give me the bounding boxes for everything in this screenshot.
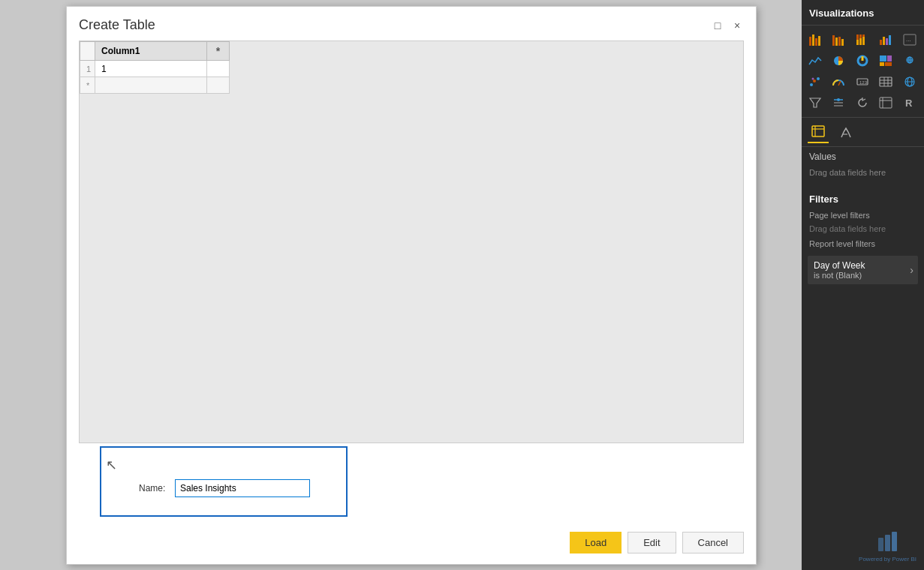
donut-chart-icon[interactable] xyxy=(852,51,873,70)
refresh-icon[interactable] xyxy=(852,93,873,112)
card-icon[interactable]: 123 xyxy=(852,72,873,92)
stacked-bar-icon[interactable] xyxy=(805,30,826,50)
svg-rect-7 xyxy=(841,39,844,46)
new-row-cell[interactable] xyxy=(95,77,207,94)
treemap-icon[interactable] xyxy=(875,51,896,70)
svg-point-33 xyxy=(812,78,814,80)
cancel-button[interactable]: Cancel xyxy=(682,532,744,554)
svg-point-30 xyxy=(810,83,813,86)
filter-icon[interactable] xyxy=(805,93,826,112)
globe-icon[interactable] xyxy=(899,72,920,92)
name-row: Name: xyxy=(79,479,744,497)
gauge-icon[interactable] xyxy=(828,72,849,92)
svg-text:···: ··· xyxy=(906,38,911,44)
line-chart-icon[interactable] xyxy=(805,51,826,70)
svg-rect-2 xyxy=(815,38,817,46)
new-row-extra xyxy=(207,77,230,94)
svg-rect-25 xyxy=(885,62,892,66)
svg-rect-58 xyxy=(878,538,883,551)
format-tab[interactable] xyxy=(835,121,856,143)
svg-rect-6 xyxy=(838,37,841,46)
filter-item-day-of-week[interactable]: Day of Week is not (Blank) › xyxy=(808,256,918,284)
col1-header[interactable]: Column1 xyxy=(95,42,207,61)
dialog-controls: □ × xyxy=(711,19,744,32)
spacer xyxy=(79,452,744,473)
create-table-dialog: Create Table □ × Column1 * 1 1 xyxy=(66,6,757,565)
svg-rect-5 xyxy=(835,38,838,46)
svg-point-49 xyxy=(837,98,840,101)
page-level-label: Page level filters xyxy=(802,208,924,223)
clustered-bar-icon[interactable] xyxy=(828,30,849,50)
right-panel: Visualizations ··· xyxy=(802,0,924,570)
row-number-1: 1 xyxy=(80,61,95,77)
new-row: * xyxy=(80,77,230,94)
name-input[interactable] xyxy=(175,479,310,497)
svg-rect-9 xyxy=(856,40,859,45)
filter-item-condition: is not (Blank) xyxy=(814,271,912,280)
table-icon[interactable] xyxy=(875,72,896,92)
svg-rect-50 xyxy=(880,98,892,108)
table-area: Column1 * 1 1 * xyxy=(79,40,744,443)
svg-point-31 xyxy=(813,80,816,82)
add-column-button[interactable]: * xyxy=(207,42,230,61)
drag-zone-page: Drag data fields here xyxy=(802,223,924,238)
load-button[interactable]: Load xyxy=(570,532,622,554)
svg-rect-23 xyxy=(887,56,892,62)
svg-rect-22 xyxy=(880,56,886,62)
pie-chart-icon[interactable] xyxy=(828,51,849,70)
table-row: 1 1 xyxy=(80,61,230,77)
watermark-text: Powered by Power BI xyxy=(859,556,916,562)
svg-rect-4 xyxy=(832,35,835,46)
close-button[interactable]: × xyxy=(730,19,744,32)
svg-rect-14 xyxy=(880,40,882,45)
svg-rect-11 xyxy=(859,38,862,45)
scatter-chart-icon[interactable] xyxy=(805,72,826,92)
more-icon[interactable]: ··· xyxy=(899,30,920,50)
maximize-button[interactable]: □ xyxy=(711,19,724,32)
100-stacked-bar-icon[interactable] xyxy=(852,30,873,50)
edit-button[interactable]: Edit xyxy=(628,532,676,554)
svg-rect-13 xyxy=(862,37,865,45)
dialog-header: Create Table □ × xyxy=(67,7,756,40)
drag-zone-values: Drag data fields here xyxy=(809,165,916,183)
report-level-label: Report level filters xyxy=(802,238,924,253)
svg-text:R: R xyxy=(905,98,913,109)
row1-extra-cell xyxy=(207,61,230,77)
svg-point-32 xyxy=(817,77,820,80)
svg-rect-3 xyxy=(818,36,820,46)
action-buttons: Load Edit Cancel xyxy=(67,526,756,564)
svg-rect-15 xyxy=(883,37,885,45)
name-label: Name: xyxy=(139,483,169,494)
row1-col1-cell[interactable]: 1 xyxy=(95,61,207,77)
svg-rect-17 xyxy=(889,35,891,45)
svg-text:123: 123 xyxy=(859,80,868,85)
new-row-symbol: * xyxy=(80,77,95,94)
filter-chevron-icon: › xyxy=(910,264,913,276)
svg-rect-24 xyxy=(880,62,884,66)
slicer-icon[interactable] xyxy=(828,93,849,112)
svg-rect-54 xyxy=(812,126,824,136)
data-table: Column1 * 1 1 * xyxy=(80,41,230,94)
clustered-column-icon[interactable] xyxy=(875,30,896,50)
svg-rect-37 xyxy=(880,77,892,86)
viz-icons-grid: ··· 123 xyxy=(802,26,924,118)
dialog-bottom: ↖ Name: xyxy=(67,443,756,526)
filter-item-name: Day of Week xyxy=(814,260,912,271)
fields-tab[interactable] xyxy=(808,121,829,143)
svg-marker-45 xyxy=(810,98,820,107)
filters-label: Filters xyxy=(802,188,924,208)
svg-rect-1 xyxy=(812,34,814,46)
values-label: Values xyxy=(809,152,916,162)
row-num-header xyxy=(80,42,95,61)
watermark: Powered by Power BI xyxy=(859,530,916,562)
svg-rect-59 xyxy=(885,535,890,551)
dialog-title: Create Table xyxy=(79,17,155,33)
r-icon[interactable]: R xyxy=(899,93,920,112)
map-icon[interactable] xyxy=(899,51,920,70)
powerbi-logo-icon xyxy=(877,530,899,553)
svg-rect-16 xyxy=(886,38,888,45)
matrix-icon[interactable] xyxy=(875,93,896,112)
svg-rect-0 xyxy=(809,37,811,46)
values-section: Values Drag data fields here xyxy=(802,147,924,188)
viz-tab-row xyxy=(802,118,924,147)
